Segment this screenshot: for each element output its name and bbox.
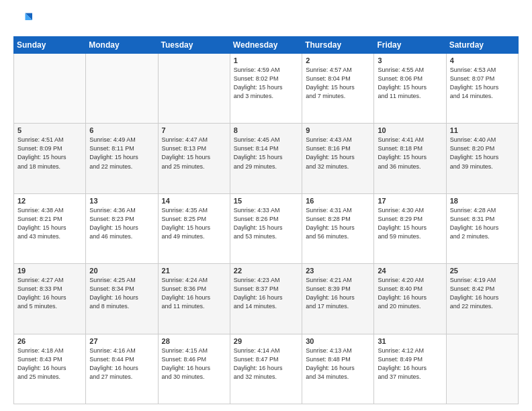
generalblue-icon — [13, 11, 32, 30]
day-number: 11 — [450, 126, 515, 134]
calendar-cell: 25Sunrise: 4:19 AM Sunset: 8:42 PM Dayli… — [446, 264, 518, 334]
page: SundayMondayTuesdayWednesdayThursdayFrid… — [0, 0, 532, 411]
calendar-cell: 19Sunrise: 4:27 AM Sunset: 8:33 PM Dayli… — [14, 264, 86, 334]
day-info: Sunrise: 4:23 AM Sunset: 8:37 PM Dayligh… — [234, 276, 298, 311]
day-number: 2 — [306, 56, 370, 64]
day-number: 7 — [162, 126, 226, 134]
day-number: 15 — [234, 197, 298, 205]
calendar-week-row: 26Sunrise: 4:18 AM Sunset: 8:43 PM Dayli… — [14, 334, 519, 404]
col-header-sunday: Sunday — [14, 37, 86, 54]
calendar-cell: 6Sunrise: 4:49 AM Sunset: 8:11 PM Daylig… — [86, 124, 158, 193]
calendar-cell: 28Sunrise: 4:15 AM Sunset: 8:46 PM Dayli… — [158, 334, 230, 404]
day-number: 28 — [162, 337, 226, 345]
header — [13, 11, 519, 30]
day-number: 4 — [450, 56, 515, 64]
calendar-cell: 18Sunrise: 4:28 AM Sunset: 8:31 PM Dayli… — [446, 193, 518, 263]
day-info: Sunrise: 4:14 AM Sunset: 8:47 PM Dayligh… — [234, 347, 298, 381]
day-info: Sunrise: 4:15 AM Sunset: 8:46 PM Dayligh… — [162, 347, 226, 381]
calendar-cell: 15Sunrise: 4:33 AM Sunset: 8:26 PM Dayli… — [230, 193, 302, 263]
day-number: 23 — [306, 267, 370, 275]
calendar-cell: 20Sunrise: 4:25 AM Sunset: 8:34 PM Dayli… — [86, 264, 158, 334]
day-number: 17 — [378, 197, 442, 205]
day-number: 9 — [306, 126, 370, 134]
col-header-wednesday: Wednesday — [230, 37, 302, 54]
calendar-cell: 11Sunrise: 4:40 AM Sunset: 8:20 PM Dayli… — [446, 124, 518, 193]
logo — [13, 11, 35, 30]
col-header-thursday: Thursday — [302, 37, 374, 54]
day-number: 20 — [89, 267, 154, 275]
day-number: 29 — [234, 337, 298, 345]
day-info: Sunrise: 4:49 AM Sunset: 8:11 PM Dayligh… — [89, 136, 154, 171]
calendar-cell: 23Sunrise: 4:21 AM Sunset: 8:39 PM Dayli… — [302, 264, 374, 334]
calendar-cell: 3Sunrise: 4:55 AM Sunset: 8:06 PM Daylig… — [374, 54, 446, 124]
day-info: Sunrise: 4:18 AM Sunset: 8:43 PM Dayligh… — [17, 347, 82, 381]
calendar-cell: 22Sunrise: 4:23 AM Sunset: 8:37 PM Dayli… — [230, 264, 302, 334]
day-number: 27 — [89, 337, 154, 345]
day-info: Sunrise: 4:53 AM Sunset: 8:07 PM Dayligh… — [450, 66, 515, 101]
day-number: 1 — [234, 56, 298, 64]
day-info: Sunrise: 4:41 AM Sunset: 8:18 PM Dayligh… — [378, 136, 442, 171]
day-info: Sunrise: 4:36 AM Sunset: 8:23 PM Dayligh… — [89, 206, 154, 241]
day-info: Sunrise: 4:35 AM Sunset: 8:25 PM Dayligh… — [162, 206, 226, 241]
day-number: 24 — [378, 267, 442, 275]
day-number: 14 — [162, 197, 226, 205]
day-info: Sunrise: 4:28 AM Sunset: 8:31 PM Dayligh… — [450, 206, 515, 241]
day-number: 8 — [234, 126, 298, 134]
day-info: Sunrise: 4:33 AM Sunset: 8:26 PM Dayligh… — [234, 206, 298, 241]
calendar-cell: 13Sunrise: 4:36 AM Sunset: 8:23 PM Dayli… — [86, 193, 158, 263]
day-info: Sunrise: 4:19 AM Sunset: 8:42 PM Dayligh… — [450, 276, 515, 311]
calendar-cell — [86, 54, 158, 124]
col-header-friday: Friday — [374, 37, 446, 54]
calendar-cell: 12Sunrise: 4:38 AM Sunset: 8:21 PM Dayli… — [14, 193, 86, 263]
calendar-week-row: 12Sunrise: 4:38 AM Sunset: 8:21 PM Dayli… — [14, 193, 519, 263]
day-info: Sunrise: 4:21 AM Sunset: 8:39 PM Dayligh… — [306, 276, 370, 311]
calendar-week-row: 19Sunrise: 4:27 AM Sunset: 8:33 PM Dayli… — [14, 264, 519, 334]
calendar-cell: 27Sunrise: 4:16 AM Sunset: 8:44 PM Dayli… — [86, 334, 158, 404]
day-info: Sunrise: 4:20 AM Sunset: 8:40 PM Dayligh… — [378, 276, 442, 311]
day-info: Sunrise: 4:40 AM Sunset: 8:20 PM Dayligh… — [450, 136, 515, 171]
calendar-cell — [158, 54, 230, 124]
day-number: 21 — [162, 267, 226, 275]
calendar-cell: 8Sunrise: 4:45 AM Sunset: 8:14 PM Daylig… — [230, 124, 302, 193]
calendar-cell: 10Sunrise: 4:41 AM Sunset: 8:18 PM Dayli… — [374, 124, 446, 193]
day-info: Sunrise: 4:55 AM Sunset: 8:06 PM Dayligh… — [378, 66, 442, 101]
calendar-cell: 4Sunrise: 4:53 AM Sunset: 8:07 PM Daylig… — [446, 54, 518, 124]
day-info: Sunrise: 4:38 AM Sunset: 8:21 PM Dayligh… — [17, 206, 82, 241]
calendar-cell: 9Sunrise: 4:43 AM Sunset: 8:16 PM Daylig… — [302, 124, 374, 193]
calendar-cell: 17Sunrise: 4:30 AM Sunset: 8:29 PM Dayli… — [374, 193, 446, 263]
day-number: 19 — [17, 267, 82, 275]
calendar-cell: 31Sunrise: 4:12 AM Sunset: 8:49 PM Dayli… — [374, 334, 446, 404]
col-header-saturday: Saturday — [446, 37, 518, 54]
day-info: Sunrise: 4:45 AM Sunset: 8:14 PM Dayligh… — [234, 136, 298, 171]
day-info: Sunrise: 4:12 AM Sunset: 8:49 PM Dayligh… — [378, 347, 442, 381]
calendar-cell — [14, 54, 86, 124]
day-number: 22 — [234, 267, 298, 275]
calendar-cell: 1Sunrise: 4:59 AM Sunset: 8:02 PM Daylig… — [230, 54, 302, 124]
day-number: 30 — [306, 337, 370, 345]
calendar-cell: 21Sunrise: 4:24 AM Sunset: 8:36 PM Dayli… — [158, 264, 230, 334]
day-number: 5 — [17, 126, 82, 134]
day-info: Sunrise: 4:57 AM Sunset: 8:04 PM Dayligh… — [306, 66, 370, 101]
col-header-monday: Monday — [86, 37, 158, 54]
day-number: 25 — [450, 267, 515, 275]
day-info: Sunrise: 4:47 AM Sunset: 8:13 PM Dayligh… — [162, 136, 226, 171]
calendar-cell: 16Sunrise: 4:31 AM Sunset: 8:28 PM Dayli… — [302, 193, 374, 263]
day-info: Sunrise: 4:31 AM Sunset: 8:28 PM Dayligh… — [306, 206, 370, 241]
calendar-week-row: 5Sunrise: 4:51 AM Sunset: 8:09 PM Daylig… — [14, 124, 519, 193]
day-number: 3 — [378, 56, 442, 64]
day-info: Sunrise: 4:16 AM Sunset: 8:44 PM Dayligh… — [89, 347, 154, 381]
day-info: Sunrise: 4:24 AM Sunset: 8:36 PM Dayligh… — [162, 276, 226, 311]
calendar-cell: 5Sunrise: 4:51 AM Sunset: 8:09 PM Daylig… — [14, 124, 86, 193]
calendar-cell — [446, 334, 518, 404]
calendar-cell: 29Sunrise: 4:14 AM Sunset: 8:47 PM Dayli… — [230, 334, 302, 404]
calendar-cell: 7Sunrise: 4:47 AM Sunset: 8:13 PM Daylig… — [158, 124, 230, 193]
calendar-cell: 2Sunrise: 4:57 AM Sunset: 8:04 PM Daylig… — [302, 54, 374, 124]
day-number: 13 — [89, 197, 154, 205]
day-number: 26 — [17, 337, 82, 345]
day-info: Sunrise: 4:27 AM Sunset: 8:33 PM Dayligh… — [17, 276, 82, 311]
day-info: Sunrise: 4:59 AM Sunset: 8:02 PM Dayligh… — [234, 66, 298, 101]
col-header-tuesday: Tuesday — [158, 37, 230, 54]
calendar-cell: 30Sunrise: 4:13 AM Sunset: 8:48 PM Dayli… — [302, 334, 374, 404]
day-info: Sunrise: 4:51 AM Sunset: 8:09 PM Dayligh… — [17, 136, 82, 171]
day-number: 16 — [306, 197, 370, 205]
